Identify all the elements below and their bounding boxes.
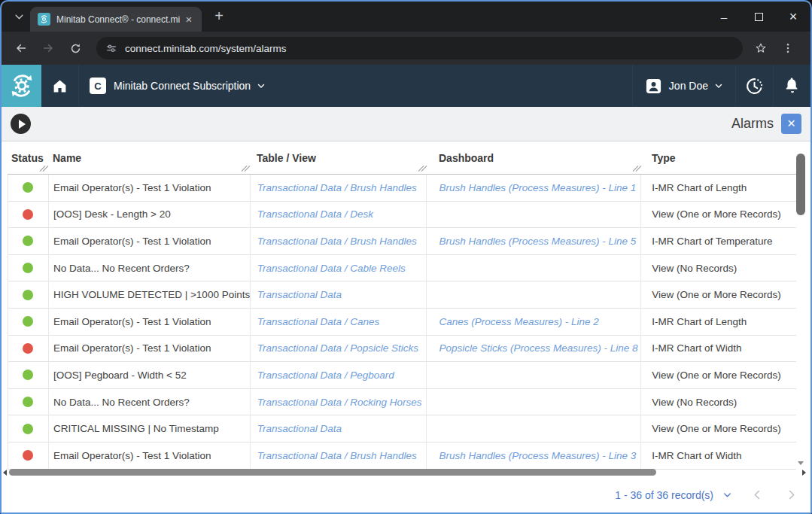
dashboard-link[interactable]: Brush Handles (Process Measures) - Line … <box>439 236 636 247</box>
vertical-scrollbar-thumb[interactable] <box>796 154 805 215</box>
alarm-type: I-MR Chart of Length <box>652 316 747 327</box>
dashboard-cell: Brush Handles (Process Measures) - Line … <box>427 175 641 201</box>
table-row[interactable]: Email Operator(s) - Test 1 ViolationTran… <box>8 336 796 363</box>
name-cell: Email Operator(s) - Test 1 Violation <box>49 309 251 335</box>
type-cell: View (No Records) <box>641 255 796 281</box>
browser-menu-button[interactable] <box>776 36 800 60</box>
type-cell: I-MR Chart of Length <box>641 309 796 335</box>
subscription-switcher[interactable]: C Minitab Connect Subscription <box>79 65 276 107</box>
table-row[interactable]: HIGH VOLUME DETECTED | >1000 PointsTrans… <box>8 281 796 309</box>
table-view-link[interactable]: Transactional Data / Rocking Horses <box>257 397 422 408</box>
chevron-down-icon <box>714 81 723 90</box>
table-row[interactable]: Email Operator(s) - Test 1 ViolationTran… <box>8 309 796 336</box>
user-name: Jon Doe <box>669 80 708 92</box>
table-row[interactable]: Email Operator(s) - Test 1 ViolationTran… <box>8 443 796 470</box>
browser-titlebar: Minitab Connect® - connect.mi × + – × <box>2 2 810 32</box>
alarm-name: Email Operator(s) - Test 1 Violation <box>53 342 211 354</box>
dashboard-link[interactable]: Brush Handles (Process Measures) - Line … <box>439 182 636 193</box>
horizontal-scrollbar[interactable] <box>3 467 794 477</box>
table-view-link[interactable]: Transactional Data / Canes <box>257 316 380 327</box>
back-button[interactable] <box>9 36 33 60</box>
column-header-type[interactable]: Type <box>641 141 796 175</box>
alarm-type: I-MR Chart of Temperature <box>652 236 772 247</box>
status-cell <box>8 336 49 362</box>
column-header-name[interactable]: Name <box>48 141 250 175</box>
dashboard-cell <box>427 362 641 388</box>
table-view-cell: Transactional Data / Brush Handles <box>251 175 427 201</box>
table-row[interactable]: [OOS] Desk - Length > 20Transactional Da… <box>8 202 796 229</box>
column-header-dashboard[interactable]: Dashboard <box>427 141 641 175</box>
browser-toolbar: connect.minitab.com/system/alarms <box>2 32 810 65</box>
panel-close-button[interactable]: × <box>781 114 801 134</box>
history-clock-icon <box>745 77 764 96</box>
url-text[interactable]: connect.minitab.com/system/alarms <box>125 43 287 54</box>
table-row[interactable]: Email Operator(s) - Test 1 ViolationTran… <box>8 175 796 202</box>
dashboard-cell <box>427 255 641 281</box>
reload-button[interactable] <box>63 36 87 60</box>
new-tab-button[interactable]: + <box>209 7 229 26</box>
chevron-down-icon <box>14 12 24 22</box>
record-count-dropdown[interactable]: 1 - 36 of 36 record(s) <box>615 489 732 501</box>
table-row[interactable]: No Data... No Recent Orders?Transactiona… <box>8 255 796 282</box>
minitab-connect-logo[interactable] <box>2 65 41 107</box>
notifications-button[interactable] <box>773 65 810 107</box>
previous-page-button[interactable] <box>752 489 763 500</box>
next-page-button[interactable] <box>786 489 797 500</box>
user-menu[interactable]: Jon Doe <box>632 65 735 107</box>
vertical-scrollbar[interactable] <box>795 141 806 467</box>
tab-close-icon[interactable]: × <box>182 13 196 26</box>
table-view-link[interactable]: Transactional Data <box>257 423 342 434</box>
forward-button[interactable] <box>36 36 60 60</box>
table-view-link[interactable]: Transactional Data <box>257 289 342 300</box>
table-view-cell: Transactional Data / Desk <box>251 202 427 228</box>
bookmark-button[interactable] <box>749 36 773 60</box>
column-resize-handle[interactable] <box>633 165 640 172</box>
dashboard-link[interactable]: Popsicle Sticks (Process Measures) - Lin… <box>439 342 637 354</box>
table-view-cell: Transactional Data / Brush Handles <box>251 228 427 254</box>
table-view-link[interactable]: Transactional Data / Popsicle Sticks <box>257 342 418 354</box>
status-cell <box>8 415 49 442</box>
table-view-link[interactable]: Transactional Data / Cable Reels <box>257 263 406 274</box>
dashboard-link[interactable]: Canes (Process Measures) - Line 2 <box>439 316 598 327</box>
name-cell: HIGH VOLUME DETECTED | >1000 Points <box>49 281 251 308</box>
table-view-link[interactable]: Transactional Data / Pegboard <box>257 370 394 381</box>
table-view-link[interactable]: Transactional Data / Desk <box>257 208 373 220</box>
column-header-table-view[interactable]: Table / View <box>250 141 427 175</box>
table-view-link[interactable]: Transactional Data / Brush Handles <box>257 236 417 247</box>
status-cell <box>8 309 49 335</box>
window-close-button[interactable]: × <box>776 2 810 32</box>
alarms-panel-header: Alarms × <box>2 107 810 141</box>
table-view-link[interactable]: Transactional Data / Brush Handles <box>257 450 417 461</box>
maximize-button[interactable] <box>741 2 776 32</box>
horizontal-scrollbar-thumb[interactable] <box>9 469 656 476</box>
table-view-link[interactable]: Transactional Data / Brush Handles <box>257 182 417 193</box>
history-button[interactable] <box>735 65 773 107</box>
minimize-button[interactable]: – <box>707 2 741 32</box>
url-bar[interactable]: connect.minitab.com/system/alarms <box>96 37 743 59</box>
scrollbar-left-arrow-icon[interactable] <box>3 470 7 476</box>
alarm-name: Email Operator(s) - Test 1 Violation <box>53 236 211 247</box>
table-row[interactable]: [OOS] Pegboard - Width < 52Transactional… <box>8 362 796 389</box>
column-resize-handle[interactable] <box>40 165 47 172</box>
column-resize-handle[interactable] <box>418 165 426 172</box>
table-row[interactable]: No Data... No Recent Orders?Transactiona… <box>8 389 796 416</box>
status-green-icon <box>23 316 33 327</box>
alarm-name: No Data... No Recent Orders? <box>53 397 190 408</box>
status-cell <box>8 202 49 228</box>
home-button[interactable] <box>41 65 79 107</box>
dashboard-link[interactable]: Brush Handles (Process Measures) - Line … <box>439 450 636 461</box>
column-resize-handle[interactable] <box>242 165 249 172</box>
bell-icon <box>784 78 801 94</box>
scrollbar-down-arrow-icon[interactable] <box>798 461 804 465</box>
expand-panel-button[interactable] <box>11 114 31 134</box>
browser-tab[interactable]: Minitab Connect® - connect.mi × <box>30 7 202 32</box>
alarm-name: Email Operator(s) - Test 1 Violation <box>53 316 211 327</box>
table-row[interactable]: CRITICAL MISSING | No TimestampTransacti… <box>8 415 796 443</box>
scrollbar-right-arrow-icon[interactable] <box>802 470 806 476</box>
name-cell: Email Operator(s) - Test 1 Violation <box>49 175 251 201</box>
site-info-icon[interactable] <box>105 42 117 54</box>
column-header-status[interactable]: Status <box>8 141 48 175</box>
tab-search-button[interactable] <box>8 5 30 28</box>
table-row[interactable]: Email Operator(s) - Test 1 ViolationTran… <box>8 228 796 255</box>
type-cell: View (One or More Records) <box>641 415 796 442</box>
